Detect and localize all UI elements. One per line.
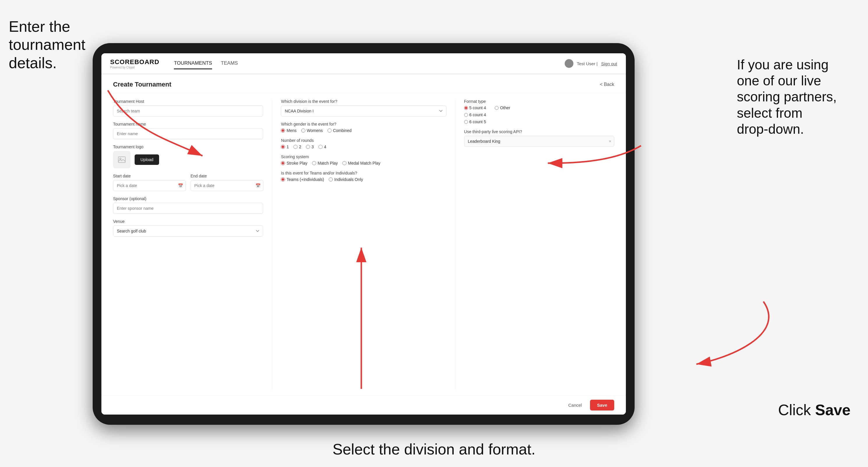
format-5c4-radio[interactable] xyxy=(464,106,468,110)
scoring-match-radio[interactable] xyxy=(312,161,316,165)
tournament-host-input[interactable] xyxy=(113,105,263,117)
rounds-2[interactable]: 2 xyxy=(293,145,301,149)
gender-womens-radio[interactable] xyxy=(301,128,305,132)
avatar xyxy=(565,59,574,68)
cancel-button[interactable]: Cancel xyxy=(563,400,587,410)
individuals-radio[interactable] xyxy=(329,178,333,182)
mid-column: Which division is the event for? NCAA Di… xyxy=(272,99,455,390)
venue-label: Venue xyxy=(113,219,263,224)
rounds-3-radio[interactable] xyxy=(306,145,310,149)
scoring-medal-match-radio[interactable] xyxy=(342,161,346,165)
annotation-bottom-right: Click Save xyxy=(778,401,850,419)
end-date-label: End date xyxy=(191,174,264,178)
annotation-save-bold: Save xyxy=(815,401,850,418)
gender-womens-label: Womens xyxy=(307,128,323,133)
date-group: Start date 📅 End date 📅 xyxy=(113,174,263,191)
scoring-stroke-label: Stroke Play xyxy=(286,161,307,165)
save-button[interactable]: Save xyxy=(590,400,614,410)
api-group: Use third-party live scoring API? × xyxy=(464,129,614,147)
format-row-2: 6 count 4 xyxy=(464,113,614,117)
annotation-top-left: Enter thetournamentdetails. xyxy=(9,18,125,72)
scoring-match-label: Match Play xyxy=(318,161,338,165)
tournament-name-label: Tournament name xyxy=(113,122,263,126)
tournament-name-group: Tournament name xyxy=(113,122,263,139)
annotation-bottom-center: Select the division and format. xyxy=(333,440,535,458)
teams-radio[interactable] xyxy=(281,178,285,182)
gender-label: Which gender is the event for? xyxy=(281,122,446,126)
api-label: Use third-party live scoring API? xyxy=(464,129,614,134)
team-individual-label: Is this event for Teams and/or Individua… xyxy=(281,171,446,176)
date-row: Start date 📅 End date 📅 xyxy=(113,174,263,191)
individuals-label: Individuals Only xyxy=(334,177,363,182)
tournament-host-group: Tournament Host xyxy=(113,99,263,117)
division-select[interactable]: NCAA Division I xyxy=(281,105,446,117)
api-clear-button[interactable]: × xyxy=(609,139,611,144)
rounds-2-label: 2 xyxy=(299,145,301,149)
gender-combined-radio[interactable] xyxy=(328,128,332,132)
start-date-label: Start date xyxy=(113,174,186,178)
api-input[interactable] xyxy=(464,136,614,147)
rounds-2-radio[interactable] xyxy=(293,145,298,149)
rounds-3-label: 3 xyxy=(311,145,314,149)
form-footer: Cancel Save xyxy=(101,395,626,414)
scoring-stroke-radio[interactable] xyxy=(281,161,285,165)
individuals-option[interactable]: Individuals Only xyxy=(329,177,363,182)
sign-out-link[interactable]: Sign out xyxy=(601,61,617,66)
format-5c4[interactable]: 5 count 4 xyxy=(464,105,486,110)
api-input-wrap: × xyxy=(464,136,614,147)
gender-mens[interactable]: Mens xyxy=(281,128,296,133)
rounds-3[interactable]: 3 xyxy=(306,145,314,149)
rounds-label: Number of rounds xyxy=(281,138,446,143)
end-date-group: End date 📅 xyxy=(191,174,264,191)
format-6c5[interactable]: 6 count 5 xyxy=(464,119,486,124)
format-6c5-label: 6 count 5 xyxy=(469,119,486,124)
calendar-icon-start: 📅 xyxy=(178,183,183,188)
nav-right: Test User | Sign out xyxy=(565,59,617,68)
format-6c4[interactable]: 6 count 4 xyxy=(464,113,486,117)
tablet-screen: SCOREBOARD Powered by Clippd TOURNAMENTS… xyxy=(101,53,626,414)
format-row-1: 5 count 4 Other xyxy=(464,105,614,110)
format-6c5-radio[interactable] xyxy=(464,120,468,124)
team-radio-group: Teams (+Individuals) Individuals Only xyxy=(281,177,446,182)
svg-point-1 xyxy=(120,158,121,160)
gender-mens-label: Mens xyxy=(286,128,296,133)
format-6c4-radio[interactable] xyxy=(464,113,468,117)
start-date-input[interactable] xyxy=(113,180,186,191)
scoring-medal-match[interactable]: Medal Match Play xyxy=(342,161,380,165)
start-date-wrap: 📅 xyxy=(113,180,186,191)
gender-womens[interactable]: Womens xyxy=(301,128,323,133)
back-link[interactable]: < Back xyxy=(600,82,614,87)
rounds-1[interactable]: 1 xyxy=(281,145,289,149)
teams-option[interactable]: Teams (+Individuals) xyxy=(281,177,324,182)
format-other-label: Other xyxy=(500,105,510,110)
annotation-top-right: If you are usingone of our livescoring p… xyxy=(737,57,859,137)
nav-link-teams[interactable]: TEAMS xyxy=(221,58,238,69)
scoring-match[interactable]: Match Play xyxy=(312,161,338,165)
gender-combined-label: Combined xyxy=(333,128,352,133)
gender-radio-group: Mens Womens Combined xyxy=(281,128,446,133)
logo-upload: Upload xyxy=(113,151,263,168)
rounds-1-label: 1 xyxy=(286,145,289,149)
end-date-input[interactable] xyxy=(191,180,264,191)
rounds-4[interactable]: 4 xyxy=(318,145,326,149)
scoring-stroke[interactable]: Stroke Play xyxy=(281,161,307,165)
rounds-1-radio[interactable] xyxy=(281,145,285,149)
svg-rect-0 xyxy=(118,157,125,162)
nav-links: TOURNAMENTS TEAMS xyxy=(174,58,238,69)
tournament-logo-group: Tournament logo Upload xyxy=(113,145,263,168)
start-date-group: Start date 📅 xyxy=(113,174,186,191)
rounds-group: Number of rounds 1 2 xyxy=(281,138,446,149)
gender-combined[interactable]: Combined xyxy=(328,128,352,133)
venue-select[interactable]: Search golf club xyxy=(113,225,263,237)
upload-button[interactable]: Upload xyxy=(135,154,159,165)
gender-mens-radio[interactable] xyxy=(281,128,285,132)
format-other[interactable]: Other xyxy=(495,105,510,110)
nav-link-tournaments[interactable]: TOURNAMENTS xyxy=(174,58,212,69)
format-row-3: 6 count 5 xyxy=(464,119,614,124)
rounds-4-radio[interactable] xyxy=(318,145,322,149)
scoring-group: Scoring system Stroke Play Match Play xyxy=(281,154,446,165)
team-individual-group: Is this event for Teams and/or Individua… xyxy=(281,171,446,182)
format-other-radio[interactable] xyxy=(495,106,499,110)
tournament-name-input[interactable] xyxy=(113,128,263,139)
sponsor-input[interactable] xyxy=(113,203,263,214)
